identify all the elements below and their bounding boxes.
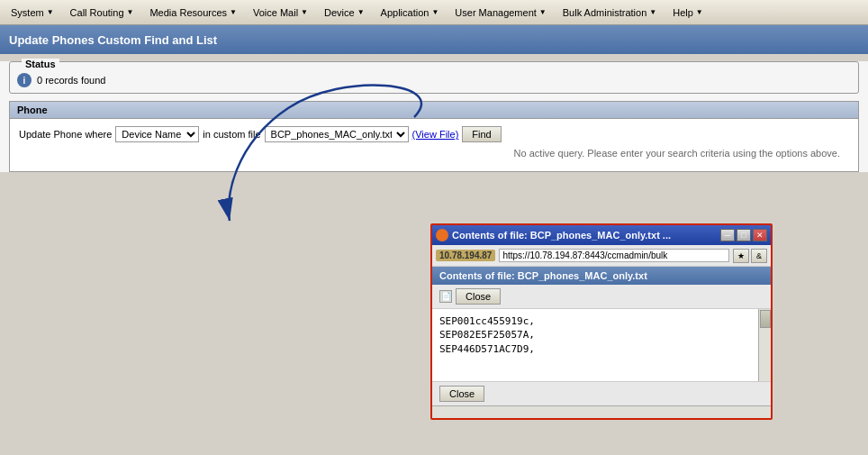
popup-file-content: SEP001cc455919c, SEP082E5F25057A, SEP446… bbox=[432, 309, 771, 381]
menubar: System ▼ Call Routing ▼ Media Resources … bbox=[0, 0, 868, 25]
view-file-link[interactable]: (View File) bbox=[412, 129, 459, 140]
menu-voice-mail-arrow: ▼ bbox=[301, 8, 308, 16]
menu-device[interactable]: Device ▼ bbox=[317, 5, 372, 20]
info-icon: i bbox=[17, 73, 32, 87]
popup-content-header: Contents of file: BCP_phones_MAC_only.tx… bbox=[432, 267, 771, 285]
page-title: Update Phones Custom Find and List bbox=[9, 33, 217, 47]
menu-application[interactable]: Application ▼ bbox=[374, 5, 447, 20]
menu-user-management-arrow: ▼ bbox=[539, 8, 547, 16]
popup-toolbar-icons: ★ & bbox=[733, 249, 767, 263]
tools-icon[interactable]: & bbox=[751, 249, 767, 263]
status-content: i 0 records found bbox=[17, 73, 851, 87]
file-name-select[interactable]: BCP_phones_MAC_only.txt bbox=[265, 126, 409, 142]
page-title-bar: Update Phones Custom Find and List bbox=[0, 25, 868, 54]
popup-close-button-bottom[interactable]: Close bbox=[439, 386, 484, 402]
status-message: 0 records found bbox=[37, 75, 105, 86]
menu-bulk-administration-arrow: ▼ bbox=[649, 8, 656, 16]
popup-addressbar: 10.78.194.87 https://10.78.194.87:8443/c… bbox=[432, 245, 771, 267]
menu-media-resources-arrow: ▼ bbox=[230, 8, 237, 16]
phone-section-header: Phone bbox=[10, 102, 858, 119]
popup-titlebar: Contents of file: BCP_phones_MAC_only.tx… bbox=[432, 225, 771, 245]
menu-voice-mail[interactable]: Voice Mail ▼ bbox=[246, 5, 315, 20]
in-custom-file-label: in custom file bbox=[203, 129, 260, 140]
firefox-logo-icon bbox=[436, 229, 448, 241]
menu-media-resources[interactable]: Media Resources ▼ bbox=[142, 5, 244, 20]
popup-window-controls: ─ □ ✕ bbox=[720, 229, 767, 241]
restore-button[interactable]: □ bbox=[737, 229, 751, 241]
menu-system[interactable]: System ▼ bbox=[4, 5, 61, 20]
no-query-message: No active query. Please enter your searc… bbox=[19, 142, 849, 164]
menu-help-arrow: ▼ bbox=[696, 8, 703, 16]
menu-help[interactable]: Help ▼ bbox=[665, 5, 710, 20]
popup-horizontal-scrollbar[interactable] bbox=[432, 405, 771, 418]
menu-device-arrow: ▼ bbox=[357, 8, 365, 16]
popup-close-row: 📄 Close bbox=[432, 285, 771, 309]
filter-label: Update Phone where bbox=[19, 129, 112, 140]
close-doc-icon: 📄 bbox=[439, 290, 452, 303]
menu-system-arrow: ▼ bbox=[47, 8, 54, 16]
menu-call-routing-arrow: ▼ bbox=[127, 8, 134, 16]
status-legend: Status bbox=[22, 59, 59, 69]
menu-bulk-administration[interactable]: Bulk Administration ▼ bbox=[556, 5, 664, 20]
popup-close-button-top[interactable]: Close bbox=[456, 288, 501, 305]
star-icon[interactable]: ★ bbox=[733, 249, 749, 263]
main-content: Status i 0 records found Phone Update Ph… bbox=[0, 61, 868, 172]
popup-vertical-scrollbar[interactable] bbox=[758, 309, 771, 381]
close-window-button[interactable]: ✕ bbox=[753, 229, 767, 241]
phone-section: Phone Update Phone where Device Name in … bbox=[9, 101, 859, 172]
file-content-text: SEP001cc455919c, SEP082E5F25057A, SEP446… bbox=[439, 314, 764, 356]
filter-row: Update Phone where Device Name in custom… bbox=[19, 126, 849, 142]
minimize-button[interactable]: ─ bbox=[720, 229, 735, 241]
phone-section-body: Update Phone where Device Name in custom… bbox=[10, 119, 858, 171]
popup-tab[interactable]: 10.78.194.87 bbox=[436, 250, 495, 261]
find-button[interactable]: Find bbox=[462, 126, 501, 142]
popup-scrollbar-thumb[interactable] bbox=[760, 310, 771, 328]
menu-application-arrow: ▼ bbox=[431, 8, 439, 16]
status-box: Status i 0 records found bbox=[9, 61, 859, 94]
popup-window: Contents of file: BCP_phones_MAC_only.tx… bbox=[430, 223, 773, 420]
popup-title-text: Contents of file: BCP_phones_MAC_only.tx… bbox=[452, 230, 671, 241]
device-name-select[interactable]: Device Name bbox=[115, 126, 199, 142]
address-bar[interactable]: https://10.78.194.87:8443/ccmadmin/bulk bbox=[499, 249, 729, 262]
menu-user-management[interactable]: User Management ▼ bbox=[448, 5, 553, 20]
popup-bottom-bar: Close bbox=[432, 381, 771, 405]
menu-call-routing[interactable]: Call Routing ▼ bbox=[63, 5, 141, 20]
